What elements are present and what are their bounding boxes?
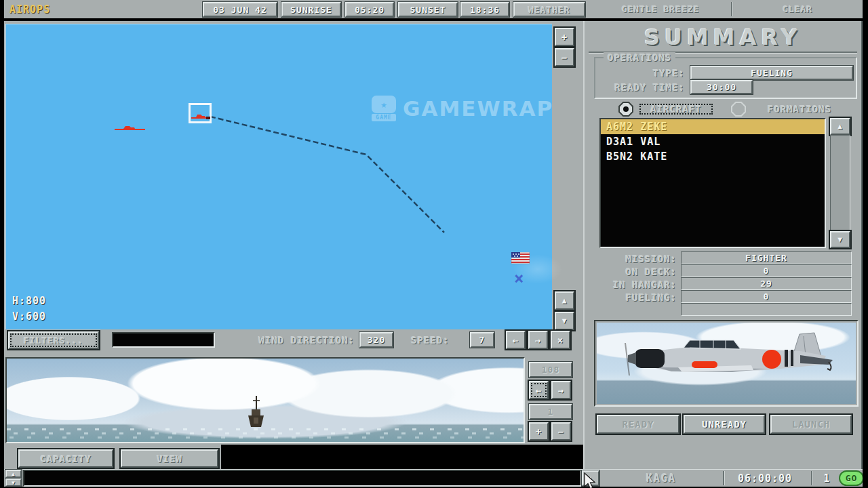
aircraft-portrait-frame xyxy=(594,320,859,407)
close-icon: × xyxy=(557,335,564,346)
capacity-button[interactable]: CAPACITY xyxy=(18,449,113,468)
wind-condition: GENTLE BREEZE xyxy=(590,0,731,18)
type-value: FUELING xyxy=(690,66,853,80)
mission-label: MISSION: xyxy=(587,253,677,264)
plus-icon: + xyxy=(561,32,568,43)
bottom-black-strip xyxy=(221,445,583,469)
operations-legend: OPERATIONS xyxy=(604,52,675,63)
game-clock: 06:00:00 xyxy=(727,472,803,485)
weather-label: WEATHER xyxy=(513,2,585,17)
us-flag-icon[interactable] xyxy=(511,252,530,264)
map-scroll-up-button[interactable]: ▲ xyxy=(555,291,574,310)
screen-edge xyxy=(863,0,868,488)
carrier-ship xyxy=(245,396,266,430)
watermark-gamepad-icon: ★ GAME xyxy=(372,96,396,121)
fueling-label: FUELING: xyxy=(587,292,677,303)
statusbar-divider xyxy=(811,471,812,485)
ready-time-value: 30:00 xyxy=(690,80,753,94)
go-button[interactable]: GO xyxy=(839,470,864,486)
message-scroll-down-button[interactable]: ▼ xyxy=(5,479,22,487)
map-zoom-in-button[interactable]: + xyxy=(555,28,574,46)
ready-button[interactable]: READY xyxy=(597,415,679,434)
heading-display: 108 xyxy=(529,362,572,378)
mouse-cursor-icon xyxy=(583,472,597,488)
sunrise-time: 05:20 xyxy=(345,2,394,17)
mission-value: FIGHTER xyxy=(681,251,852,264)
message-display xyxy=(112,332,215,348)
empty-info-field xyxy=(681,303,852,316)
topbar-divider xyxy=(731,2,732,16)
rotate-right-button[interactable]: → xyxy=(551,381,571,399)
formations-radio-label[interactable]: FORMATIONS xyxy=(749,102,850,117)
wind-speed-label: SPEED: xyxy=(411,335,456,346)
list-item[interactable]: A6M2 ZEKE xyxy=(601,119,825,134)
map-scroll-down-button[interactable]: ▼ xyxy=(555,312,574,330)
watermark-text: GAMEWRAP xyxy=(403,96,553,121)
aircraft-radio-label[interactable]: AIRCRAFT xyxy=(637,102,715,117)
screen-edge xyxy=(0,0,4,488)
list-scroll-up-button[interactable]: ▲ xyxy=(830,118,850,135)
on-deck-label: ON DECK: xyxy=(587,266,677,277)
tactical-map[interactable]: ★ GAME GAMEWRAP × H:800 V:600 xyxy=(5,24,552,329)
increase-button[interactable]: + xyxy=(529,422,549,441)
sunrise-label: SUNRISE xyxy=(281,2,341,17)
map-zoom-out-button[interactable]: − xyxy=(555,48,574,66)
watermark: ★ GAME GAMEWRAP xyxy=(372,96,553,121)
list-scroll-down-button[interactable]: ▼ xyxy=(830,231,850,248)
statusbar-divider xyxy=(723,471,724,485)
contact-marker[interactable]: × xyxy=(514,269,524,288)
close-map-button[interactable]: × xyxy=(551,331,570,349)
message-scroll-up-button[interactable]: ▲ xyxy=(5,470,22,478)
fueling-value: 0 xyxy=(681,290,852,303)
arrow-down-icon: ▼ xyxy=(837,235,843,244)
sunset-label: SUNSET xyxy=(398,2,458,17)
date-display: 03 JUN 42 xyxy=(203,2,277,17)
on-deck-value: 0 xyxy=(681,264,852,277)
launch-button[interactable]: LAUNCH xyxy=(770,415,852,434)
aircraft-drawing xyxy=(597,323,856,404)
enemy-ship-icon[interactable] xyxy=(114,124,146,132)
arrow-up-icon: ▲ xyxy=(562,296,568,305)
wave-glints xyxy=(14,432,524,434)
arrow-down-icon: ▼ xyxy=(562,317,568,325)
carrier-view-image xyxy=(7,359,524,442)
rotate-left-button[interactable]: ← xyxy=(529,381,549,399)
wave-glints xyxy=(9,436,524,439)
minus-icon: − xyxy=(558,426,564,437)
view-button[interactable]: VIEW xyxy=(121,449,218,468)
pan-left-button[interactable]: ← xyxy=(506,331,526,349)
arrow-left-icon: ← xyxy=(536,385,542,396)
summary-title: SUMMARY xyxy=(589,24,857,50)
list-item[interactable]: D3A1 VAL xyxy=(601,134,825,149)
filters-button[interactable]: FILTERS... xyxy=(8,331,99,349)
map-v-coordinate: V:600 xyxy=(12,310,46,323)
decrease-button[interactable]: − xyxy=(551,422,571,441)
selected-ship-icon[interactable] xyxy=(191,113,212,121)
wind-direction-label: WIND DIRECTION: xyxy=(222,335,355,346)
selection-box xyxy=(189,103,212,123)
count-display: 1 xyxy=(529,404,572,420)
top-bar: AIROPS 03 JUN 42 SUNRISE 05:20 SUNSET 18… xyxy=(4,0,863,18)
message-bar xyxy=(23,470,582,487)
arrow-up-icon: ▲ xyxy=(12,471,16,477)
aircraft-list: A6M2 ZEKE D3A1 VAL B5N2 KATE xyxy=(599,118,826,248)
formations-radio[interactable] xyxy=(731,102,746,117)
airops-screen: AIROPS 03 JUN 42 SUNRISE 05:20 SUNSET 18… xyxy=(0,0,868,488)
type-label: TYPE: xyxy=(595,68,685,79)
time-compression-value: 1 xyxy=(818,472,835,485)
course-line xyxy=(5,24,552,329)
sunset-time: 18:36 xyxy=(460,2,509,17)
wind-speed-value: 7 xyxy=(470,332,494,348)
map-h-coordinate: H:800 xyxy=(12,295,46,307)
radio-dot xyxy=(623,106,629,112)
arrow-down-icon: ▼ xyxy=(12,480,16,486)
pan-right-button[interactable]: → xyxy=(528,331,548,349)
in-hangar-value: 29 xyxy=(681,277,852,290)
wave-glints xyxy=(7,428,524,430)
arrow-up-icon: ▲ xyxy=(837,122,843,131)
list-scrollbar-track[interactable] xyxy=(830,135,850,231)
list-item[interactable]: B5N2 KATE xyxy=(601,149,825,164)
ready-time-label: READY TIME: xyxy=(595,82,685,93)
arrow-right-icon: → xyxy=(535,335,541,346)
unready-button[interactable]: UNREADY xyxy=(684,415,765,434)
